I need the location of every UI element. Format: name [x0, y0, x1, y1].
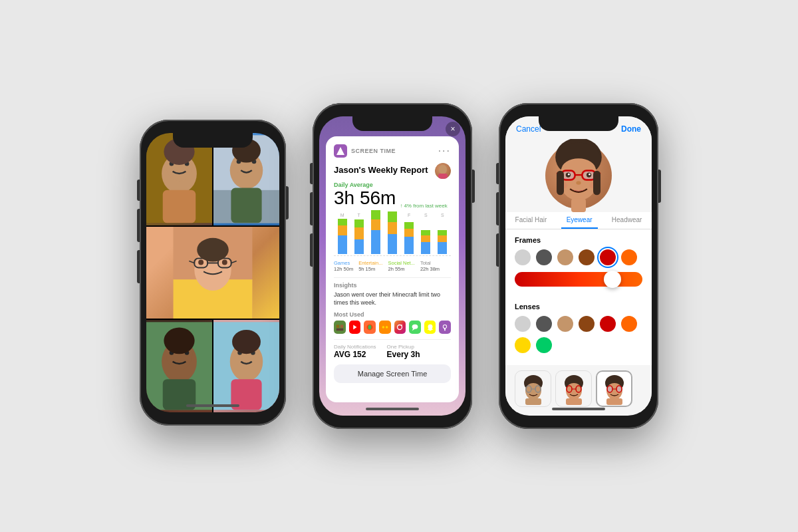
svg-point-33	[164, 328, 194, 354]
frame-color-dark[interactable]	[536, 249, 552, 265]
svg-rect-93	[525, 398, 541, 405]
bar-fri	[402, 219, 416, 254]
lens-color-red[interactable]	[600, 316, 616, 332]
svg-point-107	[616, 386, 622, 392]
bar-thu	[386, 219, 399, 254]
svg-point-80	[576, 181, 581, 185]
card-title-row: SCREEN TIME	[334, 144, 396, 158]
screen-time-icon	[334, 144, 347, 158]
app-icon-fruitninja	[364, 321, 376, 334]
lens-color-green[interactable]	[536, 337, 552, 353]
insights-section: Insights Jason went over their Minecraft…	[334, 282, 451, 307]
svg-rect-101	[566, 398, 582, 405]
tab-facial-hair[interactable]: Facial Hair	[510, 212, 553, 229]
report-title: Jason's Weekly Report	[334, 165, 428, 175]
manage-screen-time-button[interactable]: Manage Screen Time	[334, 364, 451, 383]
tab-headwear[interactable]: Headwear	[606, 212, 648, 229]
frame-slider-thumb[interactable]	[604, 271, 621, 288]
cancel-button[interactable]: Cancel	[516, 124, 541, 134]
memoji-face	[545, 142, 612, 209]
app-icon-youtube	[349, 321, 361, 334]
frame-color-silver[interactable]	[515, 249, 531, 265]
memoji-tabs: Facial Hair Eyewear Headwear	[505, 212, 652, 229]
bar-mon	[336, 219, 349, 254]
legend-total-name: Total	[420, 260, 440, 266]
frame-color-red[interactable]	[600, 249, 616, 265]
notch-2	[352, 116, 432, 131]
daily-avg-block: Daily Average 3h 56m	[334, 182, 396, 209]
svg-point-25	[222, 259, 227, 265]
memoji-preview	[505, 139, 652, 212]
lenses-section: Lenses	[505, 299, 652, 365]
legend-social-name: Social Net...	[388, 260, 414, 266]
chart-legend: Games 12h 50m Entertain... 5h 15m Social…	[334, 260, 451, 272]
svg-rect-52	[380, 323, 390, 332]
svg-point-24	[198, 259, 203, 265]
legend-games: Games 12h 50m	[334, 260, 353, 272]
lens-color-brown[interactable]	[579, 316, 595, 332]
user-avatar	[435, 163, 451, 179]
facetime-participant-main	[146, 227, 279, 319]
lens-color-clear[interactable]	[515, 316, 531, 332]
done-button[interactable]: Done	[621, 124, 641, 134]
close-button[interactable]: ×	[446, 122, 460, 136]
memoji-thumb-1[interactable]	[515, 370, 551, 407]
screen-time-screen: × SCREEN TIME ··· Jason's Weekly Report	[319, 116, 466, 416]
lens-color-dark[interactable]	[536, 316, 552, 332]
pickup-value: Every 3h	[387, 350, 420, 359]
tab-eyewear[interactable]: Eyewear	[561, 212, 598, 229]
frame-color-brown[interactable]	[579, 249, 595, 265]
most-used-label: Most Used	[334, 311, 451, 318]
svg-rect-55	[395, 323, 404, 332]
frame-color-orange[interactable]	[621, 249, 637, 265]
facetime-screen	[146, 133, 279, 412]
home-bar-3	[552, 408, 605, 410]
svg-point-78	[568, 174, 570, 176]
home-bar-2	[366, 408, 419, 410]
frame-color-tan[interactable]	[557, 249, 573, 265]
legend-total-val: 22h 38m	[420, 266, 440, 272]
day-su: S	[436, 213, 449, 217]
svg-rect-44	[336, 325, 339, 327]
legend-social: Social Net... 2h 55m	[388, 260, 414, 272]
bar-sun	[436, 219, 449, 254]
memoji-thumbnails	[505, 365, 652, 412]
bars-container	[334, 219, 451, 256]
memoji-thumb-3[interactable]	[596, 370, 632, 407]
legend-games-name: Games	[334, 260, 353, 266]
home-bar	[186, 404, 239, 407]
daily-notif-value: AVG 152	[334, 350, 376, 359]
facetime-participant-4	[213, 320, 279, 412]
screen-time-icon-shape	[336, 147, 344, 155]
day-sa: S	[419, 213, 432, 217]
frames-section: Frames	[505, 229, 652, 299]
facetime-cell-main	[146, 227, 279, 319]
usage-bar-chart: M T W T F S S	[334, 213, 451, 272]
app-icon-minecraft	[334, 321, 346, 334]
svg-rect-42	[438, 174, 448, 179]
lens-color-orange[interactable]	[621, 316, 637, 332]
svg-rect-109	[606, 398, 622, 405]
svg-point-59	[412, 325, 418, 329]
legend-ent-name: Entertain...	[358, 260, 382, 266]
lens-color-tan[interactable]	[557, 316, 573, 332]
daily-avg-time: 3h 56m	[334, 188, 396, 209]
notch-3	[539, 116, 618, 131]
svg-point-26	[197, 237, 229, 261]
day-f: F	[402, 213, 416, 217]
svg-rect-85	[571, 199, 586, 212]
daily-notifications-block: Daily Notifications AVG 152	[334, 344, 376, 359]
svg-rect-11	[231, 188, 261, 223]
daily-notif-label: Daily Notifications	[334, 344, 376, 350]
legend-games-val: 12h 50m	[334, 266, 353, 272]
lens-color-options	[515, 316, 642, 353]
frame-slider-track[interactable]	[515, 272, 642, 287]
svg-rect-45	[340, 325, 343, 327]
lens-color-yellow[interactable]	[515, 337, 531, 353]
svg-point-53	[382, 326, 384, 329]
divider-2	[334, 339, 451, 340]
svg-point-79	[589, 174, 591, 176]
memoji-thumb-2[interactable]	[555, 370, 592, 407]
svg-point-97	[567, 383, 581, 392]
card-more-dots[interactable]: ···	[438, 148, 451, 154]
